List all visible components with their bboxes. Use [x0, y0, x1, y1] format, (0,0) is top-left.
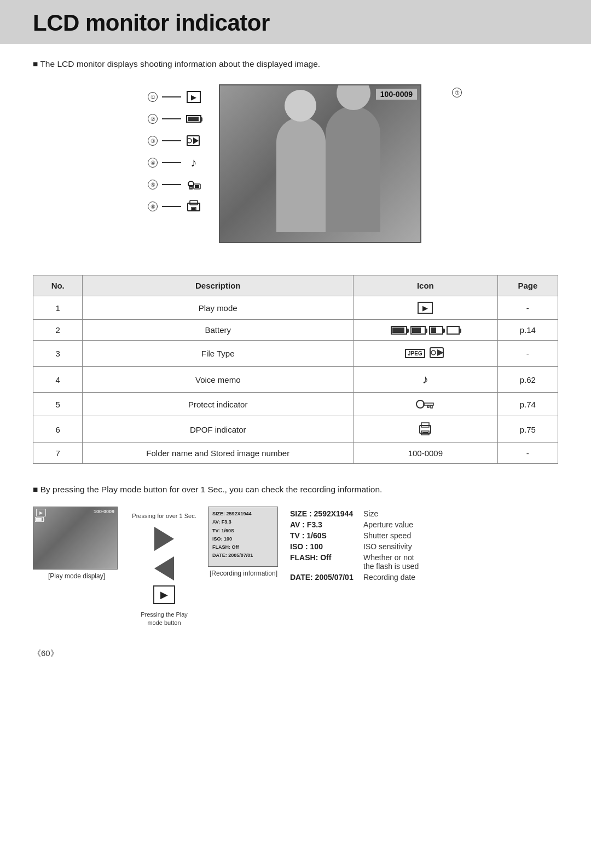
svg-point-1: [187, 139, 192, 143]
play-display-label: [Play mode display]: [33, 572, 120, 580]
svg-rect-16: [431, 405, 432, 408]
rec-info-label: [Recording information]: [208, 570, 279, 577]
arrow-left-icon: [154, 556, 174, 580]
dpof-diag-icon: [186, 199, 202, 214]
table-row: 2 Battery: [33, 320, 558, 341]
rec-row-date: DATE: 2005/07/01 Recording date: [290, 573, 558, 582]
arrow-section: Pressing for over 1 Sec. ▶ Pressing the …: [131, 507, 197, 626]
display-battery-icon: [35, 517, 44, 522]
rec-av-desc: Aperture value: [363, 520, 413, 529]
figure-female: [276, 117, 326, 232]
circle-7: ⑦: [452, 88, 462, 97]
circle-5: ⑤: [148, 180, 158, 189]
spacer: [448, 88, 449, 88]
battery-diag-icon: [186, 112, 202, 126]
header-row: No. Description Icon Page: [33, 275, 558, 296]
music-note-icon: ♪: [422, 372, 428, 387]
cell-no: 4: [33, 367, 83, 393]
rec-flash-desc1: Whether or not the flash is used: [363, 553, 419, 571]
diagram-row-2: ②: [148, 112, 202, 126]
col-no: No.: [33, 275, 83, 296]
rec-row-size: SIZE : 2592X1944 Size: [290, 509, 558, 518]
head-female: [285, 90, 316, 122]
diagram-row-6: ⑥: [148, 199, 202, 214]
connector-2: [162, 118, 181, 119]
svg-rect-6: [195, 185, 199, 188]
rec-date-label: DATE: 2005/07/01: [290, 573, 361, 582]
col-page: Page: [497, 275, 558, 296]
protect-diag-icon: [186, 177, 202, 192]
rec-size-desc: Size: [363, 509, 378, 518]
svg-rect-10: [192, 208, 195, 210]
svg-point-12: [431, 350, 436, 355]
cell-icon: JPEG: [354, 341, 498, 367]
circle-1: ①: [148, 92, 158, 102]
play-big-icon: ▶: [153, 585, 175, 604]
cell-desc: Folder name and Stored image number: [83, 443, 354, 464]
rec-info-flash: FLASH: Off: [212, 543, 274, 551]
table-row: 4 Voice memo ♪ p.62: [33, 367, 558, 393]
filetype-diag-icon: [186, 134, 202, 148]
rec-info-av: AV: F3.3: [212, 518, 274, 526]
rec-iso-desc: ISO sensitivity: [363, 542, 412, 551]
cell-icon: [354, 320, 498, 341]
camera-image-inner: [220, 85, 420, 242]
svg-point-14: [416, 400, 424, 408]
cell-page: p.62: [497, 367, 558, 393]
camera-image: 100-0009: [219, 84, 421, 243]
cell-no: 6: [33, 416, 83, 443]
rec-info-size: SIZE: 2592X1944: [212, 510, 274, 518]
recording-data: SIZE : 2592X1944 Size AV : F3.3 Aperture…: [290, 507, 558, 584]
head-male: [337, 84, 370, 110]
cell-page: -: [497, 296, 558, 320]
rec-row-av: AV : F3.3 Aperture value: [290, 520, 558, 529]
printer-icon: [418, 422, 433, 437]
cell-desc: Protect indicator: [83, 393, 354, 416]
key-icon: [415, 398, 435, 410]
play-display-image: ▶ 100-0009: [33, 507, 118, 570]
diagram-row-1: ① ▶: [148, 90, 202, 104]
circle-7-area: ⑦: [448, 88, 449, 88]
svg-rect-17: [427, 405, 429, 407]
svg-marker-2: [193, 137, 199, 144]
info-table: No. Description Icon Page 1 Play mode ▶ …: [33, 275, 558, 464]
couple-illustration: [244, 95, 397, 232]
display-play-icon: ▶: [36, 509, 46, 516]
table-body: 1 Play mode ▶ - 2 Battery: [33, 296, 558, 464]
connector-6: [162, 206, 181, 207]
circle-6: ⑥: [148, 202, 158, 211]
recording-info-box: SIZE: 2592X1944 AV: F3.3 TV: 1/60S ISO: …: [208, 507, 279, 577]
cell-desc: Play mode: [83, 296, 354, 320]
cell-page: -: [497, 341, 558, 367]
cell-desc: File Type: [83, 341, 354, 367]
rec-tv-label: TV : 1/60S: [290, 531, 361, 540]
col-description: Description: [83, 275, 354, 296]
display-file-num: 100-0009: [94, 509, 114, 516]
cell-icon: ▶: [354, 296, 498, 320]
bottom-note: By pressing the Play mode button for ove…: [33, 485, 558, 495]
play-mode-diag-icon: ▶: [186, 90, 202, 104]
pressing-for-label: Pressing for over 1 Sec.: [132, 512, 196, 520]
cell-icon-text: 100-0009: [354, 443, 498, 464]
cell-icon: [354, 393, 498, 416]
rec-info-iso: ISO: 100: [212, 535, 274, 543]
table-row: 1 Play mode ▶ -: [33, 296, 558, 320]
connector-1: [162, 96, 181, 97]
battery-empty-icon: [447, 326, 460, 335]
rec-row-iso: ISO : 100 ISO sensitivity: [290, 542, 558, 551]
diagram-row-3: ③: [148, 134, 202, 148]
rec-info-tv: TV: 1/60S: [212, 527, 274, 535]
display-battery-row: [35, 517, 44, 522]
diagram-row-4: ④ ♪: [148, 156, 202, 170]
rec-row-flash: FLASH: Off Whether or not the flash is u…: [290, 553, 558, 571]
diagram-section: ① ▶ ② ③: [33, 84, 558, 254]
rec-av-label: AV : F3.3: [290, 520, 361, 529]
voice-diag-icon: ♪: [186, 156, 202, 170]
cell-page: p.74: [497, 393, 558, 416]
play-mode-icon: ▶: [418, 302, 433, 314]
jpeg-icon: JPEG: [405, 349, 425, 358]
circle-4: ④: [148, 158, 158, 168]
play-mode-display: ▶ 100-0009 [Play mode display]: [33, 507, 120, 580]
video-icon: [430, 346, 446, 361]
page-title: LCD monitor indicator: [33, 10, 558, 36]
